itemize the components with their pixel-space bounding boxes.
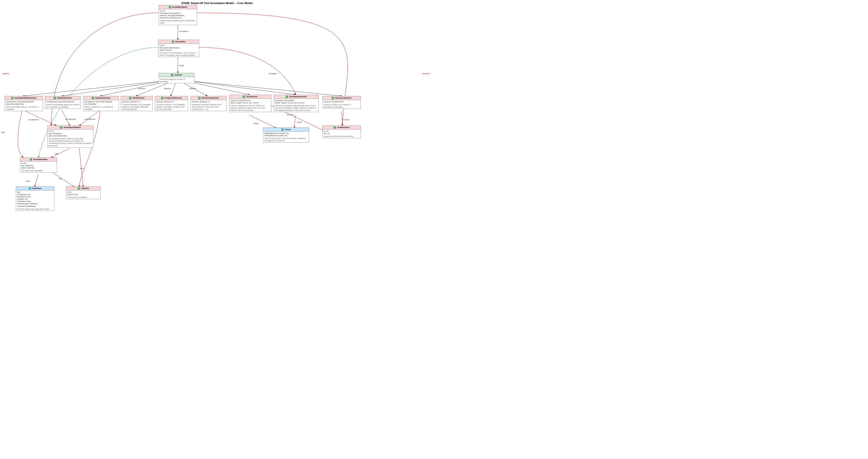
svg-text:key: key [59, 178, 62, 180]
box-datakey: C DataKey id: str indexed: bool The key … [66, 186, 100, 199]
svg-text:selectors: selectors [164, 88, 171, 89]
box-annotation-body: id: str? data: [&AnnotationData+] target… [158, 44, 199, 57]
svg-text:selectors: selectors [138, 88, 146, 89]
svg-text:data: data [1, 131, 5, 133]
box-datavalue-header: E DataValue [16, 187, 54, 190]
box-annotation-header: C Annotation [158, 40, 199, 44]
box-directionalselector: C DirectionalSelector selectors: [Select… [191, 96, 226, 111]
svg-line-19 [23, 110, 56, 125]
box-annotationdataset-header: C AnnotationDataSet [48, 126, 93, 129]
box-multiselector: C MultiSelector selectors: [Selector++] … [121, 96, 153, 111]
box-annotationselector: C AnnotationSelector annotation: &Annota… [274, 95, 318, 112]
box-annotationdataset: C AnnotationDataSet id: str? keys: [Data… [47, 125, 93, 148]
box-datakeyselector-header: C DataKeySelector [84, 96, 119, 100]
svg-text:data: data [55, 153, 59, 155]
box-resourceselector: C ResourceSelector resource: &TextResour… [322, 96, 361, 109]
box-selector-header: A Selector [159, 73, 194, 77]
svg-line-21 [62, 110, 70, 125]
svg-line-23 [79, 110, 100, 125]
box-annotationdata: C AnnotationData id: str? key: &DataKey … [20, 157, 57, 173]
svg-line-12 [187, 81, 342, 96]
svg-text:annotation: annotation [269, 73, 277, 74]
svg-text:resources: resources [422, 73, 430, 74]
diagram-title: STAM: Stand-off Text Annotation Model --… [0, 1, 434, 6]
box-annotationstore-header: C AnnotationStore [159, 5, 197, 9]
svg-line-4 [23, 81, 166, 96]
box-resourceselector-header: C ResourceSelector [323, 96, 361, 100]
box-annotationstore: C AnnotationStore id: str? annotations: … [159, 5, 197, 25]
box-datakeyselector: C DataKeySelector annotationset: &Annota… [83, 96, 119, 111]
box-annotationstore-body: id: str? annotations: [Annotation*] data… [159, 9, 197, 25]
box-datakey-header: C DataKey [66, 187, 100, 190]
box-datavalue: E DataValue Null String(value: str) Bool… [16, 186, 54, 211]
box-multiselector-header: C MultiSelector [121, 96, 153, 100]
box-datasetselector-header: C DataSetSelector [45, 96, 80, 100]
box-textselector-header: C TextSelector [229, 95, 271, 99]
svg-text:annotationset: annotationset [28, 119, 39, 121]
box-selector-body: Selects the target (or source) of annota… [159, 77, 194, 83]
svg-text:annotationset: annotationset [65, 118, 76, 120]
svg-text:annotationset: annotationset [85, 118, 95, 120]
svg-line-11 [186, 81, 296, 95]
box-cursor-header: E Cursor [263, 128, 309, 131]
box-annotationdata-header: C AnnotationData [20, 158, 57, 161]
box-datasetselector: C DataSetSelector annotationset: &Annota… [45, 96, 81, 109]
svg-line-29 [294, 115, 296, 128]
box-annotationdataselector-header: C AnnotationDataSelector [5, 96, 43, 100]
svg-text:datasets: datasets [3, 73, 9, 74]
svg-line-37 [35, 174, 38, 187]
box-textresource: C TextResource id : str text: str Holds … [322, 125, 361, 138]
svg-line-35 [79, 149, 83, 187]
svg-text:keys: keys [80, 167, 84, 170]
box-annotationdataselector: C AnnotationDataSelector annotationset: … [5, 96, 43, 111]
box-cursor: E Cursor BeginAlignedCursor(value: int) … [263, 127, 309, 143]
svg-text:offsets: offsets [253, 123, 259, 124]
svg-text:offsets: offsets [297, 121, 302, 123]
svg-line-31 [342, 111, 342, 125]
svg-line-25 [249, 115, 276, 128]
svg-text:annotations: annotations [179, 30, 189, 32]
box-annotationselector-header: C AnnotationSelector [274, 95, 318, 99]
svg-text:resource: resource [287, 114, 293, 116]
circle-c-annotationstore: C [168, 6, 171, 8]
box-compositeselector: C CompositeSelector selectors: [Selector… [155, 96, 188, 111]
box-annotation: C Annotation id: str? data: [&Annotation… [158, 40, 199, 57]
svg-text:selectors: selectors [189, 88, 197, 89]
svg-line-33 [51, 149, 70, 157]
box-compositeselector-header: C CompositeSelector [155, 96, 188, 100]
diagram-container: STAM: Stand-off Text Annotation Model --… [0, 0, 434, 230]
svg-line-5 [62, 81, 169, 96]
svg-text:resource: resource [343, 119, 350, 121]
svg-text:target: target [179, 64, 184, 67]
svg-text:value: value [26, 180, 30, 182]
box-directionalselector-header: C DirectionalSelector [191, 96, 226, 100]
box-textresource-header: C TextResource [323, 126, 361, 129]
box-selector: A Selector Selects the target (or source… [159, 73, 194, 84]
box-textselector: C TextSelector resource: &TextResource o… [229, 95, 271, 112]
